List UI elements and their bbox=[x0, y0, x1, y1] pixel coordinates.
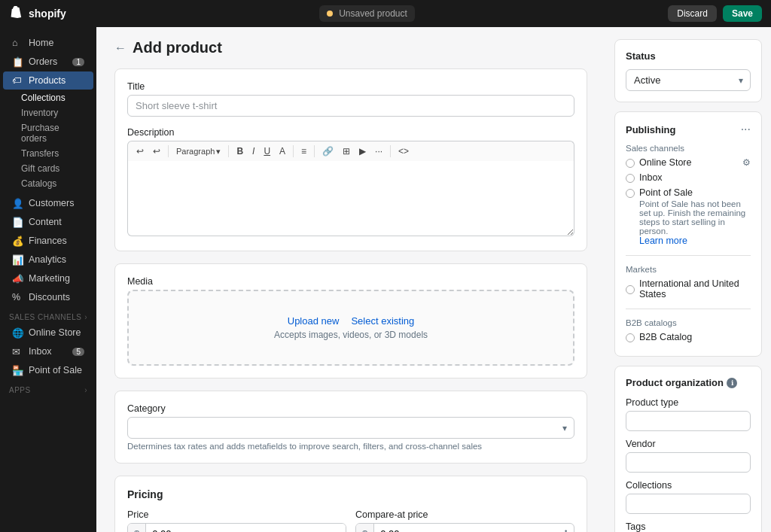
sidebar-item-marketing[interactable]: 📣 Marketing bbox=[3, 269, 93, 287]
italic-button[interactable]: I bbox=[248, 144, 258, 158]
b2b-heading: B2B catalogs bbox=[626, 318, 751, 327]
publishing-more-button[interactable]: ··· bbox=[741, 123, 751, 136]
sidebar-item-pos[interactable]: 🏪 Point of Sale bbox=[3, 361, 93, 379]
market-radio-intl[interactable] bbox=[626, 285, 635, 294]
media-dropzone[interactable]: Upload new Select existing Accepts image… bbox=[127, 290, 574, 366]
apps-arrow[interactable]: › bbox=[84, 386, 87, 394]
tags-field: Tags bbox=[626, 521, 751, 532]
bold-button[interactable]: B bbox=[233, 144, 247, 158]
redo-button[interactable]: ↩ bbox=[149, 144, 164, 158]
customers-icon: 👤 bbox=[12, 198, 23, 208]
paragraph-dropdown[interactable]: Paragraph ▾ bbox=[172, 145, 224, 158]
product-org-header: Product organization ℹ bbox=[626, 377, 751, 388]
sidebar-item-label: Customers bbox=[29, 198, 74, 208]
product-org-info-icon[interactable]: ℹ bbox=[727, 378, 737, 388]
sidebar-item-customers[interactable]: 👤 Customers bbox=[3, 194, 93, 212]
vendor-input[interactable] bbox=[626, 452, 751, 473]
sidebar-item-discounts[interactable]: % Discounts bbox=[3, 288, 93, 306]
compare-prefix: $ bbox=[356, 524, 374, 532]
b2b-name: B2B Catalog bbox=[639, 332, 692, 342]
status-title: Status bbox=[626, 50, 751, 62]
content-icon: 📄 bbox=[12, 217, 23, 227]
compare-input[interactable] bbox=[374, 524, 558, 532]
channel-radio-inbox[interactable] bbox=[626, 174, 635, 183]
inbox-badge: 5 bbox=[72, 348, 84, 356]
status-select[interactable]: Active Draft bbox=[626, 69, 751, 91]
sidebar-item-analytics[interactable]: 📊 Analytics bbox=[3, 251, 93, 269]
product-type-input[interactable] bbox=[626, 411, 751, 431]
sidebar-sub-inventory[interactable]: Inventory bbox=[0, 105, 96, 120]
undo-button[interactable]: ↩ bbox=[133, 144, 148, 158]
markets-divider bbox=[626, 255, 751, 256]
video-button[interactable]: ▶ bbox=[355, 144, 370, 158]
sidebar-item-products[interactable]: 🏷 Products bbox=[3, 71, 93, 90]
product-type-label: Product type bbox=[626, 397, 751, 408]
code-button[interactable]: <> bbox=[395, 144, 413, 158]
product-type-field: Product type bbox=[626, 397, 751, 431]
sidebar-item-label: Content bbox=[29, 217, 62, 227]
publishing-header: Publishing ··· bbox=[626, 123, 751, 136]
sidebar-sub-transfers[interactable]: Transfers bbox=[0, 146, 96, 161]
sidebar-item-content[interactable]: 📄 Content bbox=[3, 213, 93, 231]
image-button[interactable]: ⊞ bbox=[339, 144, 354, 158]
underline-button[interactable]: U bbox=[260, 144, 274, 158]
apps-label: Apps › bbox=[0, 380, 96, 396]
sidebar-item-label: Finances bbox=[29, 236, 67, 246]
sidebar: ⌂ Home 📋 Orders 1 🏷 Products Collections… bbox=[0, 27, 96, 532]
sidebar-item-home[interactable]: ⌂ Home bbox=[3, 34, 93, 52]
topbar-actions: Discard Save bbox=[668, 5, 762, 22]
sales-channels-arrow[interactable]: › bbox=[84, 313, 87, 321]
link-button[interactable]: 🔗 bbox=[318, 144, 337, 158]
save-button[interactable]: Save bbox=[723, 5, 762, 22]
back-button[interactable]: ← bbox=[114, 41, 126, 55]
sidebar-item-online-store[interactable]: 🌐 Online Store bbox=[3, 324, 93, 342]
compare-info-icon[interactable]: ℹ bbox=[558, 528, 574, 533]
channel-radio-online-store[interactable] bbox=[626, 159, 635, 168]
sidebar-sub-purchase-orders[interactable]: Purchase orders bbox=[0, 120, 96, 146]
category-label: Category bbox=[127, 403, 574, 414]
category-card: Category Determines tax rates and adds m… bbox=[114, 391, 587, 464]
channel-radio-pos[interactable] bbox=[626, 189, 635, 198]
more-button[interactable]: ··· bbox=[371, 144, 386, 158]
finances-icon: 💰 bbox=[12, 236, 23, 246]
channel-settings-icon[interactable]: ⚙ bbox=[742, 157, 751, 168]
compare-label: Compare-at price bbox=[355, 509, 574, 520]
product-org-title: Product organization bbox=[626, 377, 724, 388]
sidebar-item-inbox[interactable]: ✉ Inbox 5 bbox=[3, 342, 93, 360]
logo: shopify bbox=[9, 6, 66, 21]
sidebar-item-label: Discounts bbox=[29, 292, 70, 302]
channel-name-online-store: Online Store bbox=[639, 157, 691, 168]
markets-heading: Markets bbox=[626, 265, 751, 274]
discard-button[interactable]: Discard bbox=[668, 5, 717, 22]
upload-new-link[interactable]: Upload new bbox=[288, 315, 340, 327]
channel-learn-more-link[interactable]: Learn more bbox=[639, 236, 687, 246]
price-input[interactable] bbox=[146, 524, 346, 532]
color-button[interactable]: A bbox=[276, 144, 289, 158]
sidebar-sub-catalogs[interactable]: Catalogs bbox=[0, 176, 96, 191]
page-header: ← Add product bbox=[114, 39, 587, 56]
vendor-field: Vendor bbox=[626, 439, 751, 473]
sidebar-sub-gift-cards[interactable]: Gift cards bbox=[0, 161, 96, 176]
sidebar-item-label: Marketing bbox=[29, 273, 70, 284]
description-textarea[interactable] bbox=[127, 161, 574, 236]
b2b-radio[interactable] bbox=[626, 333, 635, 342]
align-button[interactable]: ≡ bbox=[297, 144, 310, 158]
sidebar-item-orders[interactable]: 📋 Orders 1 bbox=[3, 53, 93, 71]
select-existing-link[interactable]: Select existing bbox=[351, 315, 414, 327]
sidebar-item-label: Home bbox=[29, 38, 53, 48]
title-label: Title bbox=[127, 81, 574, 92]
online-store-icon: 🌐 bbox=[12, 327, 23, 338]
media-card: Media Upload new Select existing Accepts… bbox=[114, 263, 587, 378]
title-input[interactable] bbox=[127, 95, 574, 117]
pricing-card: Pricing Price $ Compare-at price $ ℹ bbox=[114, 476, 587, 532]
category-select[interactable] bbox=[127, 417, 574, 439]
publishing-title: Publishing bbox=[626, 124, 675, 135]
shopify-logo-icon bbox=[9, 6, 24, 21]
collections-input[interactable] bbox=[626, 494, 751, 514]
topbar: shopify Unsaved product Discard Save bbox=[0, 0, 771, 27]
sidebar-item-finances[interactable]: 💰 Finances bbox=[3, 232, 93, 250]
sidebar-sub-collections[interactable]: Collections bbox=[0, 90, 96, 105]
publishing-card: Publishing ··· Sales channels Online Sto… bbox=[614, 111, 762, 357]
right-panel: Status Active Draft Publishing ··· Sales… bbox=[605, 27, 771, 532]
home-icon: ⌂ bbox=[12, 38, 23, 48]
